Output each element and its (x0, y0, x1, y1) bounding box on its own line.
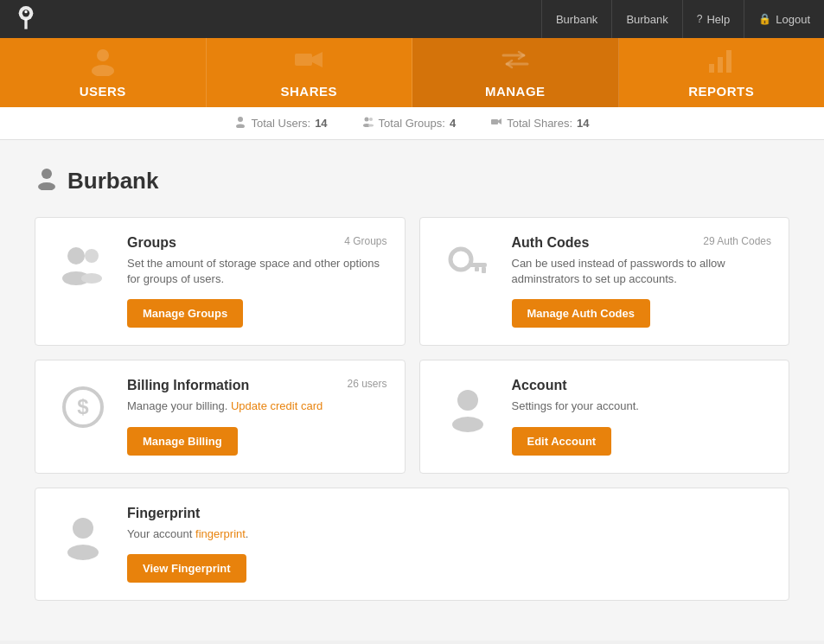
billing-card-header: Billing Information 26 users (127, 378, 387, 393)
svg-point-21 (85, 249, 99, 263)
page-content: Burbank Groups 4 Groups Set the amount o… (0, 140, 824, 641)
auth-codes-card-header: Auth Codes 29 Auth Codes (512, 235, 772, 251)
groups-card-count: 4 Groups (344, 235, 386, 247)
cards-grid: Groups 4 Groups Set the amount of storag… (35, 217, 789, 601)
svg-point-19 (67, 247, 85, 265)
shares-tab-icon (293, 45, 324, 82)
svg-point-15 (368, 124, 374, 127)
tab-users-label: USERS (80, 84, 126, 99)
svg-point-14 (369, 118, 373, 121)
auth-codes-card-title: Auth Codes (512, 235, 590, 251)
svg-rect-9 (726, 50, 731, 73)
account-card: Account Settings for your account. Edit … (419, 360, 790, 473)
logo[interactable] (10, 3, 42, 35)
account-card-icon (438, 378, 498, 433)
svg-point-18 (38, 182, 55, 190)
tab-manage[interactable]: MANAGE (412, 38, 619, 107)
total-groups-label: Total Groups: (379, 117, 445, 130)
svg-rect-7 (709, 64, 714, 73)
svg-point-31 (73, 518, 93, 539)
edit-account-button[interactable]: Edit Account (512, 427, 612, 456)
users-tab-icon (87, 45, 118, 82)
reports-tab-icon (706, 45, 737, 82)
shares-stat-icon (490, 116, 502, 131)
total-shares-value: 14 (577, 117, 589, 130)
stats-bar: Total Users: 14 Total Groups: 4 Total Sh… (0, 107, 824, 140)
auth-codes-card-count: 29 Auth Codes (703, 235, 771, 247)
svg-point-11 (236, 124, 245, 129)
svg-rect-25 (482, 267, 486, 273)
groups-card-header: Groups 4 Groups (127, 235, 387, 251)
auth-codes-card-desc: Can be used instead of passwords to allo… (512, 256, 772, 287)
manage-groups-button[interactable]: Manage Groups (127, 299, 243, 328)
svg-rect-1 (24, 19, 27, 29)
page-title-icon (35, 166, 59, 195)
tab-shares-label: SHARES (280, 84, 337, 99)
fingerprint-card-title: Fingerprint (127, 506, 200, 521)
account-card-desc: Settings for your account. (512, 399, 772, 414)
svg-point-4 (97, 49, 109, 61)
fingerprint-card-icon (53, 506, 113, 561)
stat-total-shares: Total Shares: 14 (490, 116, 589, 131)
manage-tab-icon (500, 45, 531, 82)
svg-point-12 (364, 118, 368, 122)
groups-card: Groups 4 Groups Set the amount of storag… (35, 217, 406, 346)
view-fingerprint-button[interactable]: View Fingerprint (127, 554, 246, 583)
tab-reports-label: REPORTS (688, 84, 754, 99)
billing-card-title: Billing Information (127, 378, 249, 393)
manage-auth-codes-button[interactable]: Manage Auth Codes (512, 299, 650, 328)
account-link-1[interactable]: Burbank (541, 0, 611, 38)
account-card-title: Account (512, 378, 567, 393)
svg-point-10 (238, 117, 243, 122)
billing-card-count: 26 users (347, 378, 386, 390)
svg-point-5 (92, 65, 114, 76)
groups-card-title: Groups (127, 235, 176, 251)
svg-point-22 (81, 273, 102, 284)
tab-users[interactable]: USERS (0, 38, 207, 107)
svg-point-3 (24, 10, 27, 13)
fingerprint-card: Fingerprint Your account fingerprint. Vi… (35, 488, 789, 601)
svg-text:$: $ (77, 395, 89, 418)
fingerprint-link[interactable]: fingerprint (195, 527, 246, 540)
stat-total-users: Total Users: 14 (234, 116, 327, 131)
groups-card-desc: Set the amount of storage space and othe… (127, 256, 387, 287)
svg-rect-24 (469, 263, 487, 267)
svg-point-17 (42, 169, 52, 179)
billing-card: $ Billing Information 26 users Manage yo… (35, 360, 406, 473)
stat-total-groups: Total Groups: 4 (362, 116, 457, 131)
billing-card-icon: $ (53, 378, 113, 433)
page-title: Burbank (35, 166, 789, 195)
groups-card-body: Groups 4 Groups Set the amount of storag… (127, 235, 387, 328)
total-groups-value: 4 (450, 117, 456, 130)
help-icon: ? (697, 13, 703, 25)
update-credit-card-link[interactable]: Update credit card (231, 399, 323, 412)
total-shares-label: Total Shares: (507, 117, 572, 130)
billing-card-body: Billing Information 26 users Manage your… (127, 378, 387, 455)
logout-link[interactable]: 🔒 Logout (744, 0, 824, 38)
svg-point-29 (457, 390, 478, 411)
help-link[interactable]: ? Help (682, 0, 744, 38)
svg-point-30 (452, 417, 483, 432)
fingerprint-card-desc: Your account fingerprint. (127, 526, 771, 542)
svg-point-32 (67, 545, 99, 560)
svg-point-23 (450, 249, 471, 270)
groups-stat-icon (362, 116, 374, 131)
manage-billing-button[interactable]: Manage Billing (127, 427, 238, 456)
total-users-label: Total Users: (251, 117, 310, 130)
account-link-2[interactable]: Burbank (611, 0, 681, 38)
account-card-body: Account Settings for your account. Edit … (512, 378, 772, 455)
auth-codes-card: Auth Codes 29 Auth Codes Can be used ins… (419, 217, 790, 346)
tab-shares[interactable]: SHARES (207, 38, 413, 107)
fingerprint-card-body: Fingerprint Your account fingerprint. Vi… (127, 506, 771, 583)
fingerprint-card-header: Fingerprint (127, 506, 771, 521)
logout-icon: 🔒 (758, 13, 771, 25)
total-users-value: 14 (315, 117, 327, 130)
top-navigation: Burbank Burbank ? Help 🔒 Logout (0, 0, 824, 38)
svg-rect-16 (491, 119, 498, 124)
groups-card-icon (53, 235, 113, 290)
auth-codes-card-icon (438, 235, 498, 290)
tab-manage-label: MANAGE (485, 84, 546, 99)
svg-rect-26 (475, 267, 479, 271)
svg-rect-8 (718, 57, 723, 73)
tab-reports[interactable]: REPORTS (619, 38, 825, 107)
